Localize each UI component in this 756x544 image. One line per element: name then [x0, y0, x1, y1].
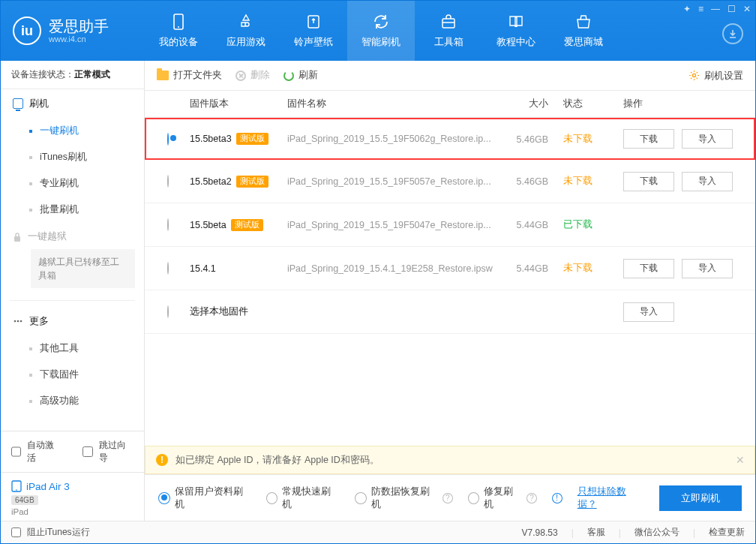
nav-apps[interactable]: 应用游戏 [212, 1, 280, 61]
import-button[interactable]: 导入 [682, 172, 733, 191]
block-itunes-checkbox[interactable] [11, 527, 21, 537]
sidebar-item-pro[interactable]: 专业刷机 [1, 170, 144, 197]
help-icon[interactable]: ? [526, 493, 537, 503]
separator: | [572, 527, 574, 538]
jailbreak-note: 越狱工具已转移至工具箱 [31, 249, 135, 288]
menu-icon[interactable]: ≡ [698, 4, 704, 14]
download-button[interactable]: 下载 [623, 129, 674, 149]
sidebar-item-onekey[interactable]: 一键刷机 [1, 118, 144, 144]
close-icon[interactable]: ✕ [743, 4, 751, 14]
erase-data-link[interactable]: 只想抹除数据？ [578, 485, 644, 511]
sidebar-item-other[interactable]: 其他工具 [1, 335, 144, 362]
wechat-link[interactable]: 微信公众号 [634, 526, 680, 539]
info-icon[interactable]: ! [552, 493, 562, 503]
nav-tools-label: 工具箱 [434, 35, 464, 49]
sidebar-item-jailbreak: 一键越狱 [1, 223, 144, 246]
option-normal[interactable]: 常规快速刷机 [266, 485, 340, 511]
window-controls: ✦ ≡ — ☐ ✕ [683, 4, 751, 14]
sidebar-item-adv[interactable]: 高级功能 [1, 388, 144, 414]
minimize-icon[interactable]: — [711, 4, 720, 14]
store-icon [574, 13, 592, 31]
app-header: iu 爱思助手 www.i4.cn 我的设备应用游戏铃声壁纸智能刷机工具箱教程中… [1, 1, 755, 61]
divider [10, 300, 135, 301]
maximize-icon[interactable]: ☐ [728, 4, 736, 14]
firmware-row[interactable]: 15.5beta2测试版iPad_Spring_2019_15.5_19F505… [145, 160, 755, 203]
tools-icon [440, 13, 458, 31]
open-folder-button[interactable]: 打开文件夹 [157, 69, 222, 82]
header-name: 固件名称 [287, 98, 511, 110]
version-label: V7.98.53 [522, 527, 558, 538]
jailbreak-label: 一键越狱 [28, 230, 67, 243]
firmware-row[interactable]: 15.5beta测试版iPad_Spring_2019_15.5_19F5047… [145, 203, 755, 247]
toolbar: 打开文件夹 删除 刷新 刷机设置 [145, 61, 755, 91]
nav-store[interactable]: 爱思商城 [550, 1, 617, 61]
refresh-button[interactable]: 刷新 [284, 69, 318, 82]
option-repair[interactable]: 修复刷机 ? [468, 485, 537, 511]
auto-activate-checkbox[interactable] [11, 446, 21, 457]
service-link[interactable]: 客服 [587, 526, 605, 539]
svg-rect-3 [442, 19, 454, 28]
device-capacity: 64GB [11, 495, 38, 505]
import-button[interactable]: 导入 [682, 129, 733, 149]
notice-close-button[interactable]: × [736, 452, 744, 468]
device-info[interactable]: iPad Air 3 64GB iPad [1, 472, 144, 521]
nav-ring[interactable]: 铃声壁纸 [280, 1, 347, 61]
radio-icon [355, 492, 367, 504]
logo-icon: iu [13, 17, 41, 45]
flash-settings-button[interactable]: 刷机设置 [688, 69, 743, 83]
sidebar-item-itunes[interactable]: iTunes刷机 [1, 144, 144, 170]
row-radio[interactable] [167, 133, 169, 146]
firmware-row[interactable]: 15.5beta3测试版iPad_Spring_2019_15.5_19F506… [145, 118, 755, 160]
row-radio[interactable] [167, 175, 169, 188]
help-icon[interactable]: ? [442, 493, 453, 503]
row-radio[interactable] [167, 218, 169, 231]
status-text: 未下载 [563, 263, 592, 273]
brand-name: 爱思助手 [49, 18, 109, 35]
nav-apps-label: 应用游戏 [226, 35, 266, 49]
device-name: iPad Air 3 [26, 481, 70, 492]
download-manager-button[interactable] [722, 23, 743, 44]
notice-bar: ! 如已绑定 Apple ID，请准备好 Apple ID和密码。 × [145, 446, 755, 474]
flash-now-button[interactable]: 立即刷机 [659, 485, 742, 511]
file-size: 5.46GB [517, 134, 548, 145]
notice-text: 如已绑定 Apple ID，请准备好 Apple ID和密码。 [176, 454, 380, 467]
nav-tutorial[interactable]: 教程中心 [482, 1, 550, 61]
version-text: 15.5beta3 [190, 134, 232, 144]
sidebar-item-dlfw[interactable]: 下载固件 [1, 362, 144, 388]
status-text: 已下载 [563, 219, 592, 230]
separator: | [619, 527, 621, 538]
sidebar-item-batch[interactable]: 批量刷机 [1, 197, 144, 223]
refresh-icon [284, 71, 294, 81]
option-antidata[interactable]: 防数据恢复刷机 ? [355, 485, 453, 511]
sidebar-group-more[interactable]: 更多 [1, 307, 144, 335]
gear-icon [688, 70, 700, 81]
flash-icon [13, 98, 23, 109]
folder-icon [157, 71, 169, 80]
local-select-label: 选择本地固件 [190, 305, 248, 318]
radio-icon [468, 492, 480, 504]
skip-guide-checkbox[interactable] [82, 446, 92, 457]
nav-tabs: 我的设备应用游戏铃声壁纸智能刷机工具箱教程中心爱思商城 [145, 1, 617, 61]
firmware-name: iPad_Spring_2019_15.5_19F5047e_Restore.i… [287, 220, 503, 230]
nav-device[interactable]: 我的设备 [145, 1, 212, 61]
nav-store-label: 爱思商城 [564, 35, 603, 49]
row-radio[interactable] [167, 305, 169, 318]
option-keep-data[interactable]: 保留用户资料刷机 [158, 485, 251, 511]
nav-flash[interactable]: 智能刷机 [347, 1, 415, 61]
sidebar-group-flash[interactable]: 刷机 [1, 89, 144, 118]
firmware-row[interactable]: 15.4.1iPad_Spring_2019_15.4.1_19E258_Res… [145, 247, 755, 290]
import-button[interactable]: 导入 [682, 259, 733, 278]
nav-tools[interactable]: 工具箱 [415, 1, 482, 61]
feedback-icon[interactable]: ✦ [683, 4, 691, 14]
svg-point-9 [16, 489, 17, 491]
check-update-link[interactable]: 检查更新 [709, 526, 745, 539]
download-button[interactable]: 下载 [623, 172, 674, 191]
firmware-row-local[interactable]: 选择本地固件导入 [145, 290, 755, 334]
row-radio[interactable] [167, 262, 169, 275]
delete-button[interactable]: 删除 [236, 69, 270, 82]
connection-value: 正常模式 [74, 69, 110, 80]
svg-rect-4 [14, 236, 20, 242]
download-button[interactable]: 下载 [623, 259, 674, 278]
import-button[interactable]: 导入 [623, 302, 674, 322]
device-model: iPad [11, 507, 134, 516]
